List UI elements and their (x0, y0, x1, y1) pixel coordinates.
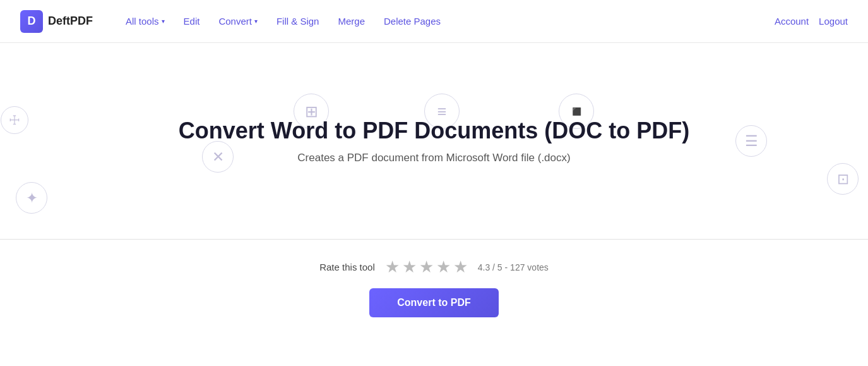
nav-merge[interactable]: Merge (330, 12, 372, 30)
logo-icon: D (20, 10, 43, 33)
nav-fill-sign[interactable]: Fill & Sign (269, 12, 327, 30)
nav-convert[interactable]: Convert ▾ (211, 12, 265, 30)
logo-text: DeftPDF (48, 15, 93, 28)
rating-score: 4.3 / 5 - 127 votes (478, 262, 549, 272)
navbar: D DeftPDF All tools ▾ Edit Convert ▾ Fil… (0, 0, 868, 43)
nav-edit[interactable]: Edit (176, 12, 208, 30)
rating-section: Rate this tool ★★★★★ 4.3 / 5 - 127 votes… (0, 240, 868, 330)
stars-container[interactable]: ★★★★★ (385, 257, 468, 277)
star-5[interactable]: ★ (453, 257, 468, 277)
bg-icon5: ✦ (16, 182, 47, 214)
rating-row: Rate this tool ★★★★★ 4.3 / 5 - 127 votes (319, 257, 549, 277)
hero-subtitle: Creates a PDF document from Microsoft Wo… (297, 152, 570, 164)
star-1[interactable]: ★ (385, 257, 400, 277)
bg-icon7: ⊡ (827, 163, 859, 195)
convert-to-pdf-button[interactable]: Convert to PDF (369, 288, 498, 317)
chevron-down-icon: ▾ (162, 18, 165, 25)
rating-label: Rate this tool (319, 262, 375, 272)
nav-links: All tools ▾ Edit Convert ▾ Fill & Sign M… (118, 12, 775, 30)
bg-icon4: ✕ (202, 141, 234, 173)
logo[interactable]: D DeftPDF (20, 10, 93, 33)
logout-link[interactable]: Logout (819, 16, 848, 27)
bg-icon9: ☩ (1, 106, 28, 134)
bg-icon6: ☰ (735, 125, 767, 157)
star-4[interactable]: ★ (436, 257, 451, 277)
nav-delete-pages[interactable]: Delete Pages (376, 12, 448, 30)
hero-title: Convert Word to PDF Documents (DOC to PD… (179, 118, 689, 144)
nav-right: Account Logout (775, 16, 848, 27)
account-link[interactable]: Account (775, 16, 809, 27)
star-3[interactable]: ★ (419, 257, 434, 277)
chevron-down-icon-2: ▾ (254, 18, 258, 25)
hero-section: ⊞≡◾✕✦☰⊡✎☩ Convert Word to PDF Documents … (0, 43, 868, 239)
star-2[interactable]: ★ (402, 257, 417, 277)
nav-all-tools[interactable]: All tools ▾ (118, 12, 172, 30)
